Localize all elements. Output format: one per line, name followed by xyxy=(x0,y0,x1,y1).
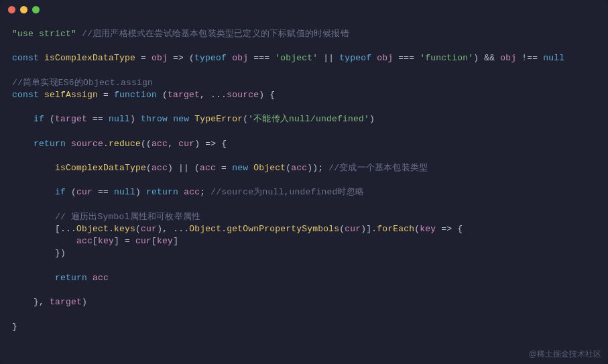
function-name: isComplexDataType xyxy=(39,53,135,63)
string-literal: "use strict" xyxy=(12,29,76,39)
identifier: obj xyxy=(151,53,168,63)
close-icon[interactable] xyxy=(8,6,15,13)
code-window: "use strict" //启用严格模式在尝试给基本包装类型已定义的下标赋值的… xyxy=(0,0,608,364)
minimize-icon[interactable] xyxy=(20,6,27,13)
watermark: @稀土掘金技术社区 xyxy=(529,349,601,360)
comment: //简单实现ES6的Object.assign xyxy=(12,78,153,88)
titlebar xyxy=(0,0,608,19)
maximize-icon[interactable] xyxy=(32,6,40,13)
keyword: const xyxy=(12,53,39,63)
code-content: "use strict" //启用严格模式在尝试给基本包装类型已定义的下标赋值的… xyxy=(0,19,608,343)
comment: //启用严格模式在尝试给基本包装类型已定义的下标赋值的时候报错 xyxy=(76,29,349,39)
